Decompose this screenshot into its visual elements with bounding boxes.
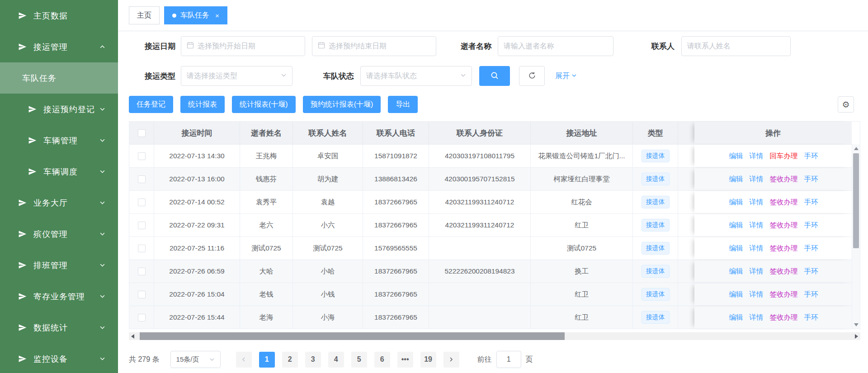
action-sign-off[interactable]: 签收办理 — [770, 290, 798, 299]
horizontal-scroll-thumb[interactable] — [140, 332, 565, 340]
deceased-name-input[interactable] — [504, 42, 608, 50]
action-sign-off[interactable]: 签收办理 — [770, 244, 798, 253]
row-checkbox[interactable] — [138, 291, 146, 298]
page-5[interactable]: 5 — [351, 352, 367, 368]
pickup-type-select[interactable]: 请选择接运类型 — [181, 66, 292, 86]
row-checkbox[interactable] — [138, 268, 146, 275]
scroll-down-arrow[interactable] — [852, 321, 860, 329]
page-6[interactable]: 6 — [374, 352, 390, 368]
action-sign-off[interactable]: 签收办理 — [770, 175, 798, 184]
date-start-input[interactable] — [198, 42, 299, 50]
sidebar-item[interactable]: 业务大厅 — [0, 187, 118, 218]
toolbar-button[interactable]: 导出 — [388, 96, 418, 113]
action-return-car[interactable]: 回车办理 — [770, 151, 798, 161]
page-1[interactable]: 1 — [259, 352, 275, 368]
action-sign-off[interactable]: 签收办理 — [770, 221, 798, 230]
action-detail[interactable]: 详情 — [750, 290, 764, 299]
action-wristband[interactable]: 手环 — [804, 267, 818, 276]
next-page-button[interactable] — [443, 352, 459, 368]
tab-home-label: 主页 — [137, 11, 151, 20]
action-wristband[interactable]: 手环 — [804, 175, 818, 184]
row-checkbox[interactable] — [138, 198, 146, 206]
refresh-button[interactable] — [519, 66, 545, 86]
page-19[interactable]: 19 — [420, 352, 436, 368]
date-end-field[interactable] — [312, 36, 436, 56]
action-wristband[interactable]: 手环 — [804, 244, 818, 253]
action-detail[interactable]: 详情 — [750, 175, 764, 184]
action-sign-off[interactable]: 签收办理 — [770, 198, 798, 207]
scroll-right-arrow[interactable] — [853, 332, 860, 340]
row-actions: 编辑详情回车办理手环 — [694, 145, 853, 167]
action-sign-off[interactable]: 签收办理 — [770, 267, 798, 276]
tab-fleet-task[interactable]: 车队任务 × — [164, 6, 227, 24]
toolbar-button[interactable]: 统计报表 — [180, 96, 225, 113]
table-header: 接运时间逝者姓名联系人姓名联系人电话联系人身份证接运地址类型 操作 — [129, 122, 860, 144]
row-checkbox[interactable] — [138, 222, 146, 229]
vertical-scroll-thumb[interactable] — [853, 153, 859, 248]
scroll-up-arrow[interactable] — [852, 144, 860, 152]
sidebar-item[interactable]: 接运预约登记 — [0, 94, 118, 125]
action-detail[interactable]: 详情 — [750, 221, 764, 230]
sidebar-item[interactable]: 监控设备 — [0, 343, 118, 373]
action-edit[interactable]: 编辑 — [729, 267, 743, 276]
page-3[interactable]: 3 — [305, 352, 321, 368]
sidebar-item[interactable]: 接运管理 — [0, 31, 118, 62]
vertical-scrollbar[interactable] — [852, 144, 860, 329]
row-checkbox[interactable] — [138, 175, 146, 183]
page-4[interactable]: 4 — [328, 352, 344, 368]
sidebar-item[interactable]: 车辆管理 — [0, 125, 118, 156]
settings-button[interactable]: ⚙ — [838, 96, 854, 113]
sidebar-item[interactable]: 寄存业务管理 — [0, 281, 118, 312]
contact-input[interactable] — [687, 42, 785, 50]
action-edit[interactable]: 编辑 — [729, 198, 743, 207]
action-detail[interactable]: 详情 — [750, 151, 764, 161]
sidebar-item[interactable]: 车辆调度 — [0, 156, 118, 187]
action-edit[interactable]: 编辑 — [729, 221, 743, 230]
action-detail[interactable]: 详情 — [750, 244, 764, 253]
tab-fleet-task-label: 车队任务 — [180, 11, 209, 20]
action-sign-off[interactable]: 签收办理 — [770, 313, 798, 322]
action-wristband[interactable]: 手环 — [804, 221, 818, 230]
toolbar-button[interactable]: 预约统计报表(十堰) — [303, 96, 381, 113]
action-detail[interactable]: 详情 — [750, 267, 764, 276]
sidebar-item[interactable]: 数据统计 — [0, 312, 118, 343]
search-icon — [490, 71, 499, 81]
expand-link[interactable]: 展开 — [555, 71, 577, 81]
action-wristband[interactable]: 手环 — [804, 151, 818, 161]
action-detail[interactable]: 详情 — [750, 313, 764, 322]
search-button[interactable] — [479, 66, 510, 86]
tab-close-icon[interactable]: × — [215, 12, 219, 19]
date-start-field[interactable] — [181, 36, 305, 56]
date-end-input[interactable] — [329, 42, 430, 50]
fleet-status-select[interactable]: 请选择车队状态 — [360, 66, 472, 86]
prev-page-button[interactable] — [236, 352, 252, 368]
action-edit[interactable]: 编辑 — [729, 244, 743, 253]
paper-plane-icon — [18, 230, 27, 238]
page-2[interactable]: 2 — [282, 352, 298, 368]
action-wristband[interactable]: 手环 — [804, 313, 818, 322]
toolbar-button[interactable]: 任务登记 — [129, 96, 173, 113]
horizontal-scrollbar[interactable] — [129, 332, 860, 340]
row-checkbox[interactable] — [138, 245, 146, 252]
row-checkbox[interactable] — [138, 314, 146, 321]
action-edit[interactable]: 编辑 — [729, 175, 743, 184]
toolbar-button[interactable]: 统计报表(十堰) — [232, 96, 296, 113]
goto-input[interactable] — [496, 351, 521, 368]
action-wristband[interactable]: 手环 — [804, 290, 818, 299]
sidebar-item[interactable]: 排班管理 — [0, 250, 118, 281]
scroll-left-arrow[interactable] — [129, 332, 137, 340]
tab-home[interactable]: 主页 — [129, 6, 160, 24]
action-edit[interactable]: 编辑 — [729, 151, 743, 161]
select-all-checkbox[interactable] — [138, 129, 146, 137]
sidebar-item[interactable]: 主页数据 — [0, 0, 118, 31]
action-edit[interactable]: 编辑 — [729, 290, 743, 299]
action-edit[interactable]: 编辑 — [729, 313, 743, 322]
cell-deceased-name: 老钱 — [240, 283, 293, 306]
row-checkbox[interactable] — [138, 152, 146, 160]
sidebar-item[interactable]: 殡仪管理 — [0, 218, 118, 250]
page-size-select[interactable]: 15条/页 — [170, 351, 221, 368]
action-detail[interactable]: 详情 — [750, 198, 764, 207]
action-wristband[interactable]: 手环 — [804, 198, 818, 207]
sidebar-item[interactable]: 车队任务 — [0, 62, 118, 94]
page-ellipsis[interactable]: ••• — [397, 352, 413, 368]
